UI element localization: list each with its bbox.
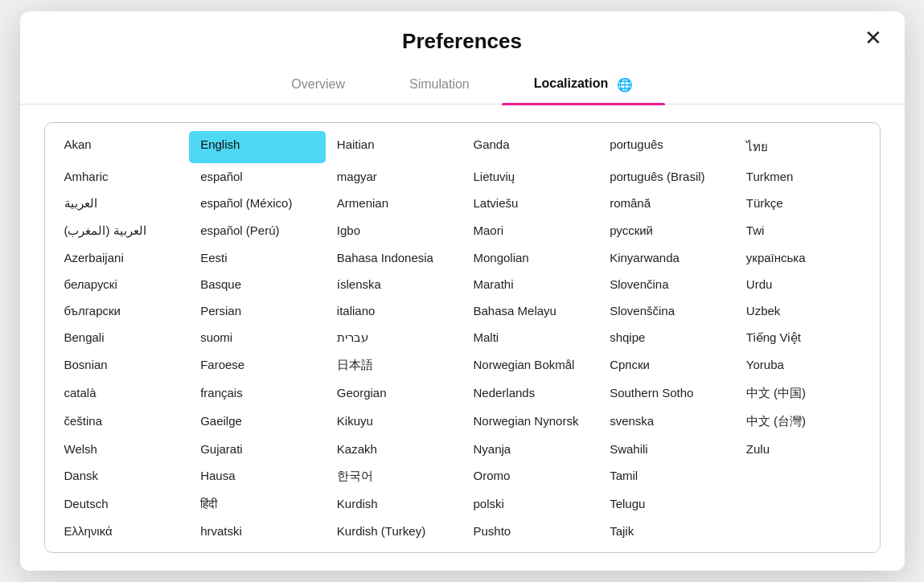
language-item[interactable]: Armenian — [326, 190, 462, 217]
language-item[interactable]: Amharic — [53, 163, 190, 190]
language-item[interactable]: Bengali — [53, 324, 190, 351]
language-item[interactable]: Persian — [189, 297, 326, 324]
language-item[interactable] — [735, 518, 872, 544]
language-item[interactable]: Uzbek — [735, 297, 872, 324]
language-item[interactable]: العربية (المغرب) — [53, 217, 190, 244]
language-item[interactable]: Norwegian Nynorsk — [462, 408, 599, 436]
language-item[interactable]: Pushto — [462, 518, 599, 544]
language-item[interactable]: Tajik — [598, 518, 735, 544]
language-item[interactable]: русский — [598, 217, 735, 244]
language-item[interactable]: Malti — [462, 324, 599, 351]
globe-icon: 🌐 — [617, 77, 633, 92]
language-item[interactable]: Telugu — [598, 490, 735, 518]
language-item[interactable]: Slovenčina — [598, 271, 735, 297]
language-item[interactable]: Ganda — [462, 131, 599, 163]
language-item[interactable]: shqipe — [598, 324, 735, 351]
language-item[interactable]: Urdu — [735, 271, 872, 297]
language-item[interactable]: Yoruba — [735, 351, 872, 379]
language-item[interactable]: Deutsch — [53, 490, 190, 518]
language-item[interactable]: 中文 (中国) — [735, 379, 872, 408]
language-item[interactable]: Akan — [53, 131, 190, 163]
language-item[interactable]: Hausa — [189, 462, 326, 490]
tab-localization[interactable]: Localization 🌐 — [502, 68, 665, 103]
language-item[interactable]: Southern Sotho — [598, 379, 735, 408]
close-button[interactable]: ✕ — [860, 26, 887, 50]
language-item[interactable]: português — [598, 131, 735, 163]
language-item[interactable]: Oromo — [462, 462, 599, 490]
language-item[interactable]: Nederlands — [462, 379, 599, 408]
language-item[interactable]: English — [189, 131, 326, 163]
language-item[interactable]: ไทย — [735, 131, 872, 163]
language-item[interactable]: Turkmen — [735, 163, 872, 190]
tab-overview[interactable]: Overview — [259, 68, 377, 103]
language-item[interactable]: Marathi — [462, 271, 599, 297]
language-item[interactable]: Georgian — [326, 379, 462, 408]
language-item[interactable]: Maori — [462, 217, 599, 244]
language-item[interactable]: Nyanja — [462, 436, 599, 462]
language-item[interactable]: हिंदी — [189, 490, 326, 518]
language-item[interactable]: Gujarati — [189, 436, 326, 462]
language-item[interactable]: Azerbaijani — [53, 244, 190, 271]
language-item[interactable]: Tamil — [598, 462, 735, 490]
language-item[interactable]: Kurdish — [326, 490, 462, 518]
tab-bar: Overview Simulation Localization 🌐 — [20, 68, 905, 104]
language-item[interactable]: Ελληνικά — [53, 518, 190, 544]
language-item[interactable]: 日本語 — [326, 351, 462, 379]
language-item[interactable]: svenska — [598, 408, 735, 436]
language-item[interactable]: Gaeilge — [189, 408, 326, 436]
language-item[interactable]: italiano — [326, 297, 462, 324]
language-item[interactable]: Igbo — [326, 217, 462, 244]
language-item[interactable]: română — [598, 190, 735, 217]
language-item[interactable]: íslenska — [326, 271, 462, 297]
modal-title: Preferences — [402, 29, 522, 54]
language-grid: AkanEnglishHaitianGandaportuguêsไทยAmhar… — [53, 131, 872, 544]
language-item[interactable]: Zulu — [735, 436, 872, 462]
language-list-container: AkanEnglishHaitianGandaportuguêsไทยAmhar… — [44, 122, 881, 553]
language-item[interactable]: français — [189, 379, 326, 408]
language-item[interactable]: Latviešu — [462, 190, 599, 217]
language-item[interactable]: Welsh — [53, 436, 190, 462]
language-item[interactable]: Bosnian — [53, 351, 190, 379]
language-item[interactable]: 한국어 — [326, 462, 462, 490]
language-item[interactable]: 中文 (台灣) — [735, 408, 872, 436]
language-item[interactable]: español (México) — [189, 190, 326, 217]
language-item[interactable]: hrvatski — [189, 518, 326, 544]
language-item[interactable]: Kikuyu — [326, 408, 462, 436]
language-item[interactable]: Kazakh — [326, 436, 462, 462]
language-item[interactable]: עברית — [326, 324, 462, 351]
language-item[interactable]: Haitian — [326, 131, 462, 163]
language-item[interactable]: Faroese — [189, 351, 326, 379]
language-item[interactable]: português (Brasil) — [598, 163, 735, 190]
language-item[interactable]: magyar — [326, 163, 462, 190]
language-item[interactable]: беларускі — [53, 271, 190, 297]
language-item[interactable]: Eesti — [189, 244, 326, 271]
language-item[interactable] — [735, 462, 872, 490]
language-item[interactable]: Norwegian Bokmål — [462, 351, 599, 379]
language-item[interactable]: Српски — [598, 351, 735, 379]
language-item[interactable]: Mongolian — [462, 244, 599, 271]
language-item[interactable]: українська — [735, 244, 872, 271]
language-item[interactable]: Dansk — [53, 462, 190, 490]
preferences-modal: Preferences ✕ Overview Simulation Locali… — [20, 11, 905, 570]
language-item[interactable]: العربية — [53, 190, 190, 217]
language-item[interactable]: български — [53, 297, 190, 324]
language-item[interactable]: Slovenščina — [598, 297, 735, 324]
language-item[interactable]: Lietuvių — [462, 163, 599, 190]
language-item[interactable]: Türkçe — [735, 190, 872, 217]
tab-simulation[interactable]: Simulation — [377, 68, 502, 103]
language-item[interactable]: español (Perú) — [189, 217, 326, 244]
language-item[interactable]: suomi — [189, 324, 326, 351]
language-item[interactable]: Bahasa Melayu — [462, 297, 599, 324]
language-item[interactable]: polski — [462, 490, 599, 518]
language-item[interactable]: català — [53, 379, 190, 408]
language-item[interactable]: Twi — [735, 217, 872, 244]
language-item[interactable]: Kurdish (Turkey) — [326, 518, 462, 544]
language-item[interactable]: Tiếng Việt — [735, 324, 872, 351]
language-item[interactable] — [735, 490, 872, 518]
language-item[interactable]: čeština — [53, 408, 190, 436]
language-item[interactable]: español — [189, 163, 326, 190]
language-item[interactable]: Swahili — [598, 436, 735, 462]
language-item[interactable]: Basque — [189, 271, 326, 297]
language-item[interactable]: Bahasa Indonesia — [326, 244, 462, 271]
language-item[interactable]: Kinyarwanda — [598, 244, 735, 271]
